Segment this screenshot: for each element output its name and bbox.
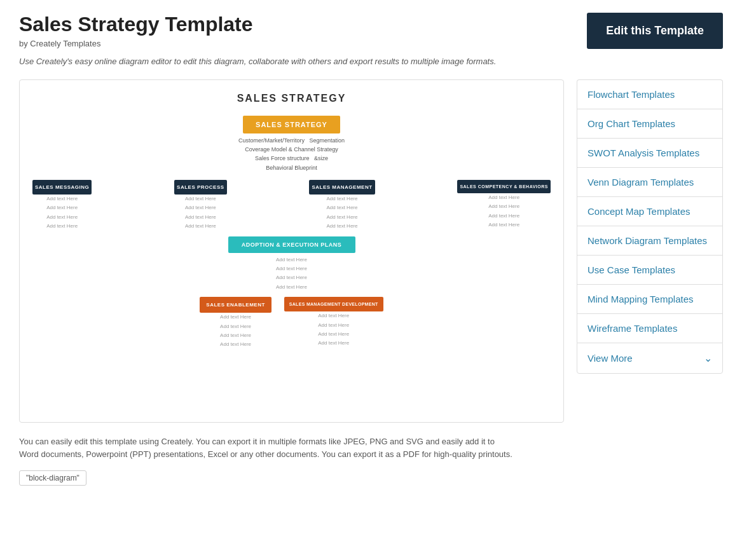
edit-template-button[interactable]: Edit this Template [587,13,723,49]
teal-add-texts: Add text Here Add text Here Add text Her… [32,256,551,292]
sidebar: Flowchart Templates Org Chart Templates … [577,79,723,423]
tag-box: "block-diagram" [19,470,86,486]
diagram-col-3: SALES MANAGEMENT Add text Here Add text … [309,180,374,231]
red-texts-2: Add text Here Add text Here Add text Her… [284,311,383,348]
page-title: Sales Strategy Template [19,13,253,36]
sidebar-item-venn[interactable]: Venn Diagram Templates [577,167,723,196]
col-label-4: SALES COMPETENCY & BEHAVIORS [457,180,551,193]
red-box-1: SALES ENABLEMENT [200,297,271,313]
sidebar-item-swot[interactable]: SWOT Analysis Templates [577,138,723,167]
sidebar-item-flowchart[interactable]: Flowchart Templates [577,79,723,109]
diagram-red-col-1: SALES ENABLEMENT Add text Here Add text … [200,297,271,350]
col-texts-4: Add text Here Add text Here Add text Her… [457,193,551,230]
sidebar-item-network-diagram[interactable]: Network Diagram Templates [577,226,723,255]
diagram-col-2: SALES PROCESS Add text Here Add text Her… [174,180,227,231]
description-text: Use Creately's easy online diagram edito… [19,55,515,68]
sidebar-item-wireframe[interactable]: Wireframe Templates [577,313,723,343]
col-label-1: SALES MESSAGING [32,180,92,195]
bottom-description: You can easily edit this template using … [19,435,515,462]
sidebar-item-orgchart[interactable]: Org Chart Templates [577,109,723,138]
col-label-3: SALES MANAGEMENT [309,180,374,195]
chevron-down-icon: ⌄ [704,352,712,364]
sidebar-item-concept-map[interactable]: Concept Map Templates [577,196,723,226]
sidebar-item-view-more[interactable]: View More ⌄ [577,343,723,374]
diagram-center-subtext: Customer/Market/Territory Segmentation C… [32,136,551,173]
col-texts-2: Add text Here Add text Here Add text Her… [174,195,227,231]
diagram-red-boxes-row: SALES ENABLEMENT Add text Here Add text … [32,297,551,350]
red-texts-1: Add text Here Add text Here Add text Her… [200,313,271,350]
col-label-2: SALES PROCESS [174,180,227,195]
diagram-teal-box: ADOPTION & EXECUTION PLANS [228,236,355,253]
diagram-center-box: SALES STRATEGY [243,116,340,133]
col-texts-1: Add text Here Add text Here Add text Her… [32,195,92,231]
col-texts-3: Add text Here Add text Here Add text Her… [309,195,374,231]
sidebar-item-mind-mapping[interactable]: Mind Mapping Templates [577,284,723,313]
diagram-container: SALES STRATEGY SALES STRATEGY Customer/M… [19,79,564,423]
diagram-title: SALES STRATEGY [32,93,551,104]
sidebar-item-use-case[interactable]: Use Case Templates [577,255,723,284]
diagram-col-1: SALES MESSAGING Add text Here Add text H… [32,180,92,231]
diagram-col-4: SALES COMPETENCY & BEHAVIORS Add text He… [457,180,551,231]
diagram-red-col-2: SALES MANAGEMENT DEVELOPMENT Add text He… [284,297,383,350]
view-more-label: View More [587,353,633,364]
byline: by Creately Templates [19,39,253,48]
red-box-2: SALES MANAGEMENT DEVELOPMENT [284,297,383,311]
diagram-columns-row: SALES MESSAGING Add text Here Add text H… [32,180,551,231]
